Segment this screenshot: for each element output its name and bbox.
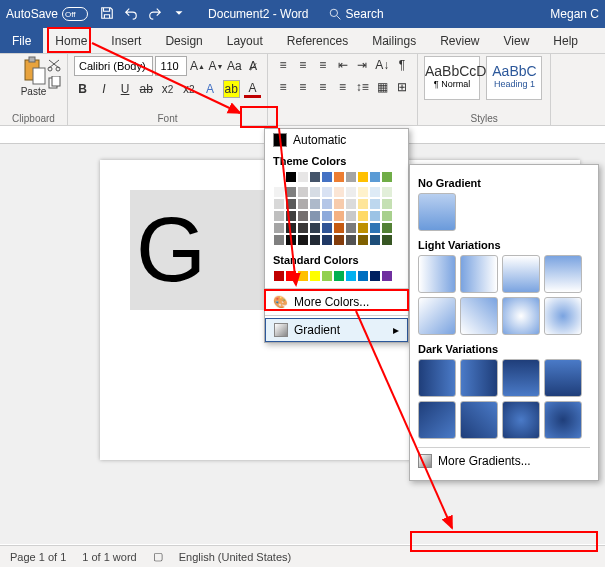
color-swatch[interactable]: [321, 270, 333, 282]
dark-gradient-swatch[interactable]: [418, 401, 456, 439]
more-gradients-item[interactable]: More Gradients...: [412, 450, 596, 472]
multilevel-button[interactable]: ≡: [314, 56, 332, 74]
color-swatch[interactable]: [273, 186, 285, 198]
color-swatch[interactable]: [357, 234, 369, 246]
light-gradient-swatch[interactable]: [418, 297, 456, 335]
color-swatch[interactable]: [273, 198, 285, 210]
color-swatch[interactable]: [357, 210, 369, 222]
color-swatch[interactable]: [285, 171, 297, 183]
dark-gradient-swatch[interactable]: [544, 359, 582, 397]
color-swatch[interactable]: [285, 270, 297, 282]
color-swatch[interactable]: [381, 270, 393, 282]
tab-references[interactable]: References: [275, 28, 360, 53]
color-swatch[interactable]: [357, 198, 369, 210]
color-swatch[interactable]: [357, 270, 369, 282]
show-marks-button[interactable]: ¶: [393, 56, 411, 74]
color-swatch[interactable]: [273, 222, 285, 234]
qat-more-icon[interactable]: [172, 6, 186, 23]
color-swatch[interactable]: [345, 222, 357, 234]
sort-button[interactable]: A↓: [373, 56, 391, 74]
color-swatch[interactable]: [309, 270, 321, 282]
light-gradient-swatch[interactable]: [502, 255, 540, 293]
automatic-color-item[interactable]: Automatic: [265, 129, 408, 151]
color-swatch[interactable]: [333, 171, 345, 183]
color-swatch[interactable]: [273, 234, 285, 246]
color-swatch[interactable]: [345, 171, 357, 183]
language-status[interactable]: English (United States): [179, 551, 292, 563]
color-swatch[interactable]: [285, 222, 297, 234]
color-swatch[interactable]: [345, 234, 357, 246]
color-swatch[interactable]: [345, 270, 357, 282]
font-color-button[interactable]: A: [244, 80, 261, 98]
highlight-button[interactable]: ab: [223, 80, 240, 98]
superscript-button[interactable]: x2: [180, 80, 197, 98]
color-swatch[interactable]: [345, 210, 357, 222]
style-heading1[interactable]: AaBbC Heading 1: [486, 56, 542, 100]
text-effects-button[interactable]: A: [201, 80, 218, 98]
dark-gradient-swatch[interactable]: [460, 401, 498, 439]
italic-button[interactable]: I: [95, 80, 112, 98]
color-swatch[interactable]: [369, 186, 381, 198]
light-gradient-swatch[interactable]: [418, 255, 456, 293]
tab-design[interactable]: Design: [153, 28, 214, 53]
strike-button[interactable]: ab: [138, 80, 155, 98]
color-swatch[interactable]: [381, 234, 393, 246]
grow-font-button[interactable]: A▲: [189, 57, 205, 75]
color-swatch[interactable]: [321, 198, 333, 210]
autosave-toggle[interactable]: AutoSave Off: [6, 7, 88, 21]
color-swatch[interactable]: [309, 234, 321, 246]
color-swatch[interactable]: [285, 198, 297, 210]
tab-home[interactable]: Home: [43, 28, 99, 53]
color-swatch[interactable]: [381, 171, 393, 183]
color-swatch[interactable]: [357, 186, 369, 198]
no-gradient-swatch[interactable]: [418, 193, 456, 231]
color-swatch[interactable]: [309, 210, 321, 222]
color-swatch[interactable]: [333, 186, 345, 198]
color-swatch[interactable]: [381, 198, 393, 210]
tab-layout[interactable]: Layout: [215, 28, 275, 53]
light-gradient-swatch[interactable]: [502, 297, 540, 335]
align-center-button[interactable]: ≡: [294, 78, 312, 96]
color-swatch[interactable]: [369, 171, 381, 183]
color-swatch[interactable]: [285, 210, 297, 222]
color-swatch[interactable]: [357, 171, 369, 183]
bold-button[interactable]: B: [74, 80, 91, 98]
copy-icon[interactable]: [47, 76, 63, 90]
color-swatch[interactable]: [369, 210, 381, 222]
bullets-button[interactable]: ≡: [274, 56, 292, 74]
color-swatch[interactable]: [333, 234, 345, 246]
tab-insert[interactable]: Insert: [99, 28, 153, 53]
light-gradient-swatch[interactable]: [544, 297, 582, 335]
clear-format-button[interactable]: A̷: [245, 57, 261, 75]
color-swatch[interactable]: [273, 270, 285, 282]
cut-icon[interactable]: [47, 58, 63, 72]
color-swatch[interactable]: [297, 210, 309, 222]
undo-icon[interactable]: [124, 6, 138, 23]
color-swatch[interactable]: [273, 171, 285, 183]
color-swatch[interactable]: [321, 222, 333, 234]
color-swatch[interactable]: [381, 186, 393, 198]
style-normal[interactable]: AaBbCcDc ¶ Normal: [424, 56, 480, 100]
tab-mailings[interactable]: Mailings: [360, 28, 428, 53]
decrease-indent-button[interactable]: ⇤: [334, 56, 352, 74]
shrink-font-button[interactable]: A▼: [208, 57, 224, 75]
color-swatch[interactable]: [369, 234, 381, 246]
tab-view[interactable]: View: [492, 28, 542, 53]
tab-file[interactable]: File: [0, 28, 43, 53]
color-swatch[interactable]: [297, 171, 309, 183]
color-swatch[interactable]: [369, 198, 381, 210]
gradient-item[interactable]: Gradient ▸: [265, 318, 408, 342]
dark-gradient-swatch[interactable]: [460, 359, 498, 397]
color-swatch[interactable]: [345, 186, 357, 198]
color-swatch[interactable]: [333, 270, 345, 282]
color-swatch[interactable]: [381, 210, 393, 222]
light-gradient-swatch[interactable]: [544, 255, 582, 293]
dark-gradient-swatch[interactable]: [502, 359, 540, 397]
color-swatch[interactable]: [309, 171, 321, 183]
color-swatch[interactable]: [285, 234, 297, 246]
color-swatch[interactable]: [297, 186, 309, 198]
color-swatch[interactable]: [309, 222, 321, 234]
word-count[interactable]: 1 of 1 word: [82, 551, 136, 563]
color-swatch[interactable]: [381, 222, 393, 234]
font-size-combo[interactable]: 110: [155, 56, 187, 76]
